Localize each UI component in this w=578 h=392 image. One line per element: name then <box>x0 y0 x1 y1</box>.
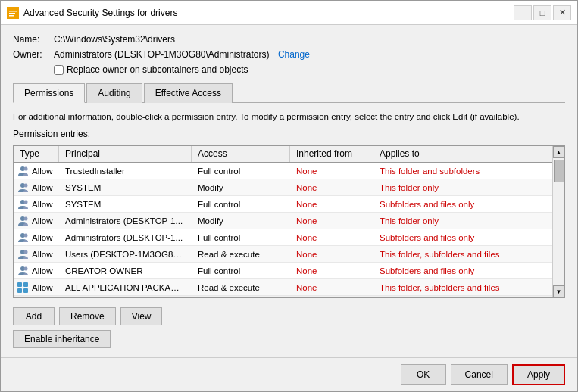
row-access-cell: Full control <box>192 232 290 244</box>
table-row[interactable]: AllowAdministrators (DESKTOP-1...ModifyN… <box>14 213 552 229</box>
col-header-applies: Applies to <box>373 146 529 162</box>
svg-point-11 <box>24 216 28 220</box>
name-row: Name: C:\Windows\System32\drivers <box>13 34 565 45</box>
row-inherited-cell: None <box>290 165 373 177</box>
tab-effective-access[interactable]: Effective Access <box>144 83 233 103</box>
tabs-container: Permissions Auditing Effective Access <box>13 82 565 103</box>
table-row[interactable]: AllowTrustedInstallerFull controlNoneThi… <box>14 163 552 179</box>
row-type-text: Allow <box>32 166 52 176</box>
table-row[interactable]: AllowCREATOR OWNERFull controlNoneSubfol… <box>14 263 552 279</box>
enable-inheritance-row: Enable inheritance <box>13 330 565 348</box>
svg-rect-21 <box>23 288 28 293</box>
row-type-cell: Allow <box>14 230 59 245</box>
ok-button[interactable]: OK <box>401 364 446 385</box>
cancel-button[interactable]: Cancel <box>451 364 508 385</box>
row-type-cell: Allow <box>14 163 59 179</box>
table-header: Type Principal Access Inherited from App… <box>14 146 552 163</box>
row-principal-cell: TrustedInstaller <box>59 165 192 177</box>
scroll-thumb[interactable] <box>554 160 564 182</box>
window-title: Advanced Security Settings for drivers <box>23 8 509 18</box>
table-row[interactable]: AllowSYSTEMModifyNoneThis folder only <box>14 179 552 196</box>
row-applies-cell: Subfolders and files only <box>373 198 529 210</box>
row-applies-cell: This folder and subfolders <box>373 165 529 177</box>
owner-label: Owner: <box>13 49 51 60</box>
row-principal-cell: Users (DESKTOP-1M3OG80\U... <box>59 248 192 260</box>
row-principal-cell: Administrators (DESKTOP-1... <box>59 232 192 244</box>
row-inherited-cell: None <box>290 248 373 260</box>
replace-checkbox-row: Replace owner on subcontainers and objec… <box>54 64 565 75</box>
window-controls: — □ ✕ <box>514 5 571 20</box>
svg-rect-3 <box>9 15 14 17</box>
row-type-text: Allow <box>32 250 52 259</box>
name-label: Name: <box>13 34 51 45</box>
permission-table: Type Principal Access Inherited from App… <box>13 145 565 298</box>
owner-value: Administrators (DESKTOP-1M3OG80\Administ… <box>54 49 270 60</box>
row-access-cell: Full control <box>192 165 290 177</box>
row-principal-cell: SYSTEM <box>59 182 192 194</box>
footer: OK Cancel Apply <box>1 357 577 391</box>
add-button[interactable]: Add <box>13 307 55 325</box>
row-inherited-cell: None <box>290 232 373 244</box>
col-header-type: Type <box>14 146 59 162</box>
title-bar: Advanced Security Settings for drivers —… <box>1 1 577 25</box>
content-area: Name: C:\Windows\System32\drivers Owner:… <box>1 25 577 357</box>
remove-button[interactable]: Remove <box>59 307 116 325</box>
row-type-cell: Allow <box>14 213 59 229</box>
svg-point-7 <box>24 183 28 187</box>
row-inherited-cell: None <box>290 282 373 294</box>
row-type-text: Allow <box>32 200 52 209</box>
svg-rect-18 <box>17 282 22 287</box>
row-principal-cell: SYSTEM <box>59 198 192 210</box>
window: Advanced Security Settings for drivers —… <box>0 0 578 392</box>
row-inherited-cell: None <box>290 182 373 194</box>
svg-point-15 <box>24 250 28 254</box>
row-applies-cell: This folder only <box>373 182 529 194</box>
table-row[interactable]: AllowUsers (DESKTOP-1M3OG80\U...Read & e… <box>14 246 552 263</box>
table-row[interactable]: AllowALL APPLICATION PACKAGESRead & exec… <box>14 279 552 296</box>
apply-button[interactable]: Apply <box>512 364 565 385</box>
permission-entries-label: Permission entries: <box>13 129 565 139</box>
row-type-cell: Allow <box>14 280 59 295</box>
row-type-cell: Allow <box>14 180 59 195</box>
col-header-access: Access <box>192 146 290 162</box>
table-row[interactable]: AllowAdministrators (DESKTOP-1...Full co… <box>14 229 552 246</box>
change-owner-link[interactable]: Change <box>278 49 310 60</box>
tab-auditing[interactable]: Auditing <box>86 83 142 103</box>
table-body: AllowTrustedInstallerFull controlNoneThi… <box>14 163 552 297</box>
row-principal-cell: Administrators (DESKTOP-1... <box>59 215 192 227</box>
svg-rect-2 <box>9 13 15 14</box>
row-type-text: Allow <box>32 233 52 242</box>
row-inherited-cell: None <box>290 215 373 227</box>
row-inherited-cell: None <box>290 265 373 277</box>
row-applies-cell: This folder, subfolders and files <box>373 248 529 260</box>
svg-rect-1 <box>9 11 17 12</box>
row-access-cell: Modify <box>192 215 290 227</box>
row-principal-cell: CREATOR OWNER <box>59 265 192 277</box>
row-type-cell: Allow <box>14 197 59 212</box>
row-access-cell: Full control <box>192 198 290 210</box>
row-applies-cell: This folder only <box>373 215 529 227</box>
row-type-text: Allow <box>32 266 52 275</box>
row-type-text: Allow <box>32 183 52 192</box>
row-type-text: Allow <box>32 216 52 226</box>
row-type-text: Allow <box>32 283 52 292</box>
minimize-button[interactable]: — <box>514 5 532 20</box>
name-value: C:\Windows\System32\drivers <box>54 34 175 45</box>
table-row[interactable]: AllowSYSTEMFull controlNoneSubfolders an… <box>14 196 552 213</box>
close-button[interactable]: ✕ <box>553 5 571 20</box>
view-button[interactable]: View <box>120 307 163 325</box>
owner-row: Owner: Administrators (DESKTOP-1M3OG80\A… <box>13 49 565 60</box>
enable-inheritance-button[interactable]: Enable inheritance <box>13 330 111 348</box>
scroll-up-button[interactable]: ▲ <box>553 146 565 158</box>
scroll-down-button[interactable]: ▼ <box>553 285 565 297</box>
replace-checkbox[interactable] <box>54 65 64 75</box>
col-header-principal: Principal <box>59 146 192 162</box>
row-access-cell: Modify <box>192 182 290 194</box>
maximize-button[interactable]: □ <box>533 5 551 20</box>
row-access-cell: Full control <box>192 265 290 277</box>
svg-point-9 <box>24 200 28 204</box>
scrollbar[interactable]: ▲ ▼ <box>552 146 564 297</box>
tab-permissions[interactable]: Permissions <box>13 83 85 103</box>
svg-point-13 <box>24 233 28 237</box>
svg-rect-19 <box>23 282 28 287</box>
